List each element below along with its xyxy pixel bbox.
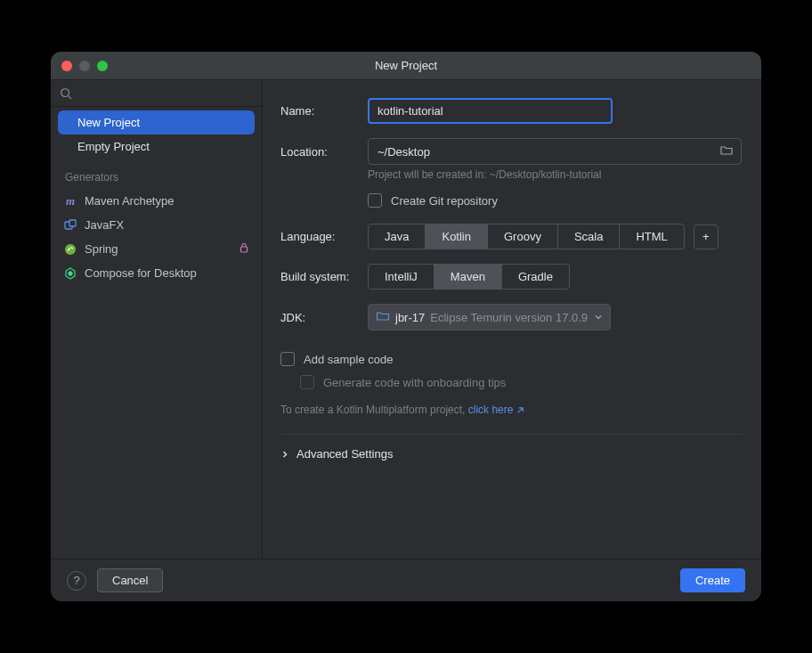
add-sample-checkbox[interactable]: [280, 352, 295, 366]
location-field-wrap: [368, 138, 742, 165]
add-language-button[interactable]: +: [694, 224, 719, 249]
sidebar: New Project Empty Project Generators m M…: [51, 80, 263, 559]
jdk-row: JDK: jbr-17 Eclipse Temurin version 17.0…: [280, 304, 742, 331]
svg-marker-7: [69, 271, 73, 276]
zoom-window-button[interactable]: [97, 61, 108, 71]
generator-label: Maven Archetype: [85, 194, 174, 208]
dialog-body: New Project Empty Project Generators m M…: [51, 80, 761, 559]
create-git-row[interactable]: Create Git repository: [368, 193, 742, 208]
sidebar-item-label: New Project: [77, 116, 140, 129]
spring-icon: [63, 242, 77, 257]
jdk-name: jbr-17: [395, 311, 425, 324]
minimize-window-button[interactable]: [79, 61, 90, 71]
compose-icon: [63, 266, 77, 281]
generator-maven-archetype[interactable]: m Maven Archetype: [51, 189, 262, 213]
generator-label: Compose for Desktop: [85, 266, 197, 280]
generator-spring[interactable]: Spring: [51, 237, 262, 261]
jdk-label: JDK:: [280, 311, 368, 324]
build-system-label: Build system:: [280, 270, 368, 283]
search-icon: [60, 87, 72, 100]
dialog-footer: ? Cancel Create: [51, 559, 761, 601]
add-sample-label: Add sample code: [304, 353, 393, 366]
generator-label: JavaFX: [85, 218, 124, 232]
sample-code-block: Add sample code Generate code with onboa…: [280, 352, 742, 389]
onboarding-label: Generate code with onboarding tips: [323, 376, 506, 389]
language-java[interactable]: Java: [369, 224, 426, 249]
create-git-label: Create Git repository: [391, 194, 498, 208]
language-html[interactable]: HTML: [620, 224, 683, 249]
svg-rect-5: [241, 247, 248, 252]
add-sample-row[interactable]: Add sample code: [280, 352, 742, 366]
multiplatform-text: To create a Kotlin Multiplatform project…: [280, 404, 468, 416]
build-system-segmented: IntelliJ Maven Gradle: [368, 264, 570, 290]
maven-icon: m: [63, 194, 77, 208]
sidebar-item-label: Empty Project: [77, 140, 150, 153]
search-input[interactable]: [77, 86, 253, 100]
window-controls: [51, 61, 108, 71]
language-scala[interactable]: Scala: [558, 224, 621, 249]
language-label: Language:: [280, 230, 368, 243]
multiplatform-link[interactable]: click here: [468, 404, 524, 416]
onboarding-row: Generate code with onboarding tips: [300, 375, 742, 389]
location-hint: Project will be created in: ~/Desktop/ko…: [368, 168, 742, 181]
language-groovy[interactable]: Groovy: [488, 224, 558, 249]
javafx-icon: [63, 218, 77, 233]
generators-list: m Maven Archetype JavaFX Spring: [51, 189, 262, 285]
advanced-settings-label: Advanced Settings: [296, 447, 393, 461]
svg-point-0: [61, 88, 69, 96]
build-maven[interactable]: Maven: [434, 265, 502, 289]
jdk-detail: Eclipse Temurin version 17.0.9: [430, 311, 588, 324]
cancel-button[interactable]: Cancel: [97, 568, 163, 592]
advanced-settings-toggle[interactable]: Advanced Settings: [280, 447, 742, 461]
svg-point-4: [65, 244, 76, 255]
language-row: Language: Java Kotlin Groovy Scala HTML …: [280, 224, 742, 249]
new-project-dialog: New Project New Project Empty Project Ge…: [51, 52, 761, 601]
create-git-checkbox[interactable]: [368, 193, 382, 208]
search-row: [51, 80, 262, 107]
generator-compose-desktop[interactable]: Compose for Desktop: [51, 261, 262, 285]
generator-label: Spring: [85, 242, 118, 256]
location-row: Location:: [280, 138, 742, 165]
titlebar: New Project: [51, 52, 761, 80]
chevron-right-icon: [280, 450, 289, 459]
chevron-down-icon: [594, 311, 603, 324]
svg-rect-3: [69, 220, 76, 226]
language-segmented: Java Kotlin Groovy Scala HTML: [368, 224, 685, 249]
jdk-folder-icon: [376, 309, 390, 326]
divider: [280, 434, 742, 435]
build-intellij[interactable]: IntelliJ: [369, 265, 434, 289]
onboarding-checkbox: [300, 375, 314, 389]
project-type-list: New Project Empty Project: [51, 107, 262, 159]
generator-javafx[interactable]: JavaFX: [51, 213, 262, 237]
jdk-select[interactable]: jbr-17 Eclipse Temurin version 17.0.9: [368, 304, 611, 331]
help-button[interactable]: ?: [67, 571, 86, 591]
sidebar-item-new-project[interactable]: New Project: [58, 110, 255, 135]
window-title: New Project: [375, 59, 437, 72]
location-input[interactable]: [378, 145, 719, 159]
multiplatform-info: To create a Kotlin Multiplatform project…: [280, 404, 742, 416]
create-button[interactable]: Create: [680, 568, 745, 592]
build-system-row: Build system: IntelliJ Maven Gradle: [280, 264, 742, 290]
name-row: Name:: [280, 98, 742, 124]
close-window-button[interactable]: [61, 61, 72, 71]
build-gradle[interactable]: Gradle: [502, 265, 569, 289]
svg-line-1: [69, 95, 72, 99]
external-link-icon: [516, 406, 524, 414]
location-label: Location:: [280, 145, 368, 159]
browse-folder-icon[interactable]: [719, 143, 734, 160]
form-panel: Name: Location: Project will be created …: [263, 80, 761, 559]
lock-icon: [239, 242, 249, 256]
language-kotlin[interactable]: Kotlin: [426, 224, 488, 249]
name-label: Name:: [280, 104, 368, 118]
generators-section-label: Generators: [51, 159, 262, 189]
sidebar-item-empty-project[interactable]: Empty Project: [58, 135, 255, 159]
name-input[interactable]: [368, 98, 613, 124]
